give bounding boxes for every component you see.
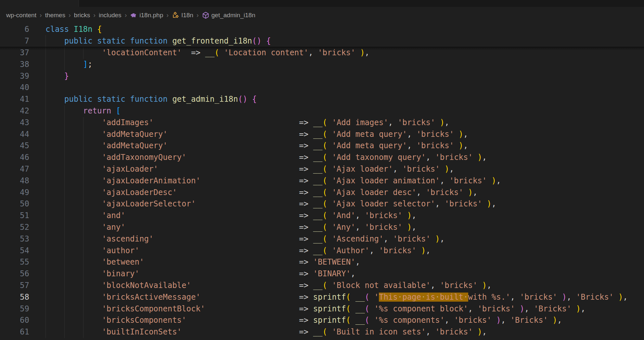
code-token — [515, 304, 520, 313]
line-number[interactable]: 54 — [0, 245, 29, 257]
line-number[interactable]: 40 — [0, 82, 29, 94]
code-line-7[interactable]: 7 public static function get_frontend_i1… — [0, 35, 644, 47]
code-token: , — [426, 153, 435, 162]
code-line-54[interactable]: 54 'author' => __( 'Author', 'bricks' ), — [0, 245, 644, 257]
code-editor[interactable]: 37 'locationContent' => __( 'Location co… — [0, 47, 644, 340]
line-number[interactable]: 44 — [0, 129, 29, 140]
line-number[interactable]: 60 — [0, 315, 29, 326]
breadcrumb-item-includes[interactable]: includes — [99, 12, 122, 19]
line-number[interactable]: 41 — [0, 94, 29, 105]
breadcrumb-label: i18n.php — [139, 12, 163, 19]
code-token: __ — [313, 211, 323, 220]
code-token: , — [440, 176, 449, 185]
code-token: 'bricksComponents' — [102, 316, 186, 325]
line-number[interactable]: 53 — [0, 233, 29, 245]
sticky-scroll[interactable]: 6class I18n {7 public static function ge… — [0, 23, 644, 47]
line-number[interactable]: 56 — [0, 268, 29, 280]
code-token: , — [355, 211, 365, 220]
code-token — [247, 95, 252, 104]
code-line-58[interactable]: 58 'bricksActiveMessage' => sprintf( __(… — [0, 292, 644, 303]
code-line-61[interactable]: 61 'builtInIconSets' => __( 'Built in ic… — [0, 326, 644, 338]
code-line-48[interactable]: 48 'ajaxLoaderAnimation' => __( 'Ajax lo… — [0, 175, 644, 187]
line-number[interactable]: 59 — [0, 303, 29, 315]
code-line-41[interactable]: 41 public static function get_admin_i18n… — [0, 94, 644, 105]
line-number[interactable]: 50 — [0, 198, 29, 210]
line-number[interactable]: 55 — [0, 256, 29, 268]
code-line-57[interactable]: 57 'blockNotAvailable' => __( 'Block not… — [0, 280, 644, 292]
code-token: ( — [323, 199, 327, 208]
code-line-52[interactable]: 52 'any' => __( 'Any', 'bricks' ), — [0, 222, 644, 233]
line-content: 'and' => __( 'And', 'bricks' ), — [45, 210, 417, 222]
line-number[interactable]: 6 — [0, 23, 29, 35]
line-number[interactable]: 42 — [0, 105, 29, 117]
breadcrumb-separator: › — [197, 12, 199, 18]
code-line-6[interactable]: 6class I18n { — [0, 23, 644, 35]
code-token — [45, 199, 102, 208]
code-line-43[interactable]: 43 'addImages' => __( 'Add images', 'bri… — [0, 117, 644, 129]
code-line-46[interactable]: 46 'addTaxonomyQuery' => __( 'Add taxono… — [0, 152, 644, 163]
code-token: 'Block not available' — [332, 281, 430, 290]
code-token — [548, 316, 552, 325]
code-line-53[interactable]: 53 'ascending' => __( 'Ascending', 'bric… — [0, 233, 644, 245]
code-token — [45, 72, 64, 81]
code-line-37[interactable]: 37 'locationContent' => __( 'Location co… — [0, 47, 644, 59]
code-token — [402, 223, 407, 232]
code-line-39[interactable]: 39 } — [0, 71, 644, 82]
breadcrumb-item-i18n[interactable]: I18n — [172, 12, 193, 19]
code-line-44[interactable]: 44 'addMetaQuery' => __( 'Add meta query… — [0, 129, 644, 140]
code-token: '%s component block' — [374, 304, 468, 313]
code-token: , — [435, 199, 444, 208]
breadcrumb-item-wp-content[interactable]: wp-content — [6, 12, 36, 19]
code-token: ) — [553, 316, 557, 325]
code-line-42[interactable]: 42 return [ — [0, 105, 644, 117]
code-line-50[interactable]: 50 'ajaxLoaderSelector' => __( 'Ajax loa… — [0, 198, 644, 210]
line-number[interactable]: 43 — [0, 117, 29, 129]
code-line-51[interactable]: 51 'and' => __( 'And', 'bricks' ), — [0, 210, 644, 222]
find-match-highlight: is — [426, 293, 435, 302]
code-line-60[interactable]: 60 'bricksComponents' => sprintf( __( '%… — [0, 315, 644, 326]
line-number[interactable]: 57 — [0, 280, 29, 292]
line-number[interactable]: 39 — [0, 71, 29, 82]
line-number[interactable]: 58 — [0, 292, 29, 303]
breadcrumb-item-themes[interactable]: themes — [45, 12, 65, 19]
code-token: 'ascending' — [102, 234, 153, 243]
line-number[interactable]: 52 — [0, 222, 29, 233]
line-number[interactable]: 47 — [0, 163, 29, 175]
code-line-55[interactable]: 55 'between' => 'BETWEEN', — [0, 256, 644, 268]
line-number[interactable]: 7 — [0, 35, 29, 47]
breadcrumb-separator: › — [40, 12, 42, 18]
code-line-56[interactable]: 56 'binary' => 'BINARY', — [0, 268, 644, 280]
code-token: '%s components' — [374, 316, 445, 325]
line-number[interactable]: 37 — [0, 47, 29, 59]
code-line-45[interactable]: 45 'addMetaQuery' => __( 'Add meta query… — [0, 140, 644, 152]
code-line-47[interactable]: 47 'ajaxLoader' => __( 'Ajax loader', 'b… — [0, 163, 644, 175]
code-line-38[interactable]: 38 ]; — [0, 59, 644, 71]
line-content: 'author' => __( 'Author', 'bricks' ), — [45, 245, 431, 257]
code-token — [45, 211, 102, 220]
code-token: , — [407, 130, 417, 139]
code-token: , — [501, 316, 510, 325]
code-token — [45, 293, 102, 302]
line-number[interactable]: 51 — [0, 210, 29, 222]
line-number[interactable]: 45 — [0, 140, 29, 152]
breadcrumb-item-get_admin_i18n[interactable]: get_admin_i18n — [202, 12, 255, 19]
vscode-editor-window: wp-content›themes›bricks›includes› i18n.… — [0, 0, 644, 340]
line-number[interactable]: 48 — [0, 175, 29, 187]
line-number[interactable]: 61 — [0, 326, 29, 338]
code-token: , — [444, 118, 449, 127]
active-tab[interactable] — [0, 0, 79, 7]
symbol-method-icon — [202, 12, 209, 19]
code-token: ) — [576, 304, 581, 313]
line-number[interactable]: 38 — [0, 59, 29, 71]
code-token: class — [45, 25, 74, 34]
code-token: => — [158, 164, 313, 174]
breadcrumb-item-bricks[interactable]: bricks — [74, 12, 90, 19]
code-line-40[interactable]: 40 — [0, 82, 644, 94]
code-token: , — [365, 48, 369, 57]
line-number[interactable]: 46 — [0, 152, 29, 163]
code-token: , — [369, 246, 379, 255]
code-line-59[interactable]: 59 'bricksComponentBlock' => sprintf( __… — [0, 303, 644, 315]
code-line-49[interactable]: 49 'ajaxLoaderDesc' => __( 'Ajax loader … — [0, 187, 644, 199]
breadcrumb-item-i18n-php[interactable]: i18n.php — [130, 12, 163, 19]
line-number[interactable]: 49 — [0, 187, 29, 199]
